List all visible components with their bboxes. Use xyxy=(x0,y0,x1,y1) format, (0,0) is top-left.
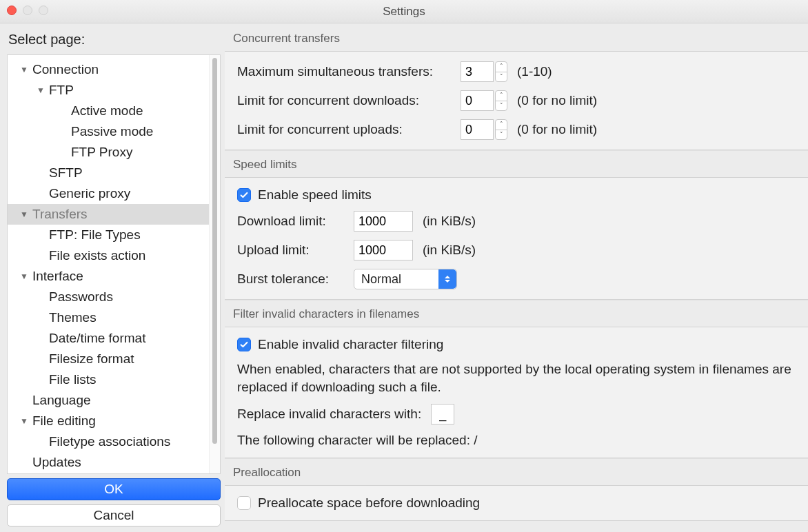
tree-item[interactable]: Passive mode xyxy=(8,121,209,142)
burst-tolerance-value: Normal xyxy=(361,272,401,287)
upload-limit-label: Upload limit: xyxy=(237,243,344,258)
tree-item-label: Passive mode xyxy=(71,124,153,139)
window-title: Settings xyxy=(383,5,425,19)
settings-tree[interactable]: ▼Connection▼FTPActive modePassive modeFT… xyxy=(8,59,209,473)
disclosure-triangle-icon[interactable]: ▼ xyxy=(20,210,28,218)
tree-item-label: FTP: File Types xyxy=(49,227,141,243)
max-transfers-label: Maximum simultaneous transfers: xyxy=(237,64,451,79)
tree-item-label: SFTP xyxy=(49,165,83,181)
replace-char-label: Replace invalid characters with: xyxy=(237,407,421,422)
tree-item[interactable]: File exists action xyxy=(8,245,209,266)
tree-item-label: Date/time format xyxy=(49,331,145,346)
download-limit-input[interactable] xyxy=(354,211,413,232)
burst-tolerance-select[interactable]: Normal xyxy=(354,269,457,289)
select-caret-icon xyxy=(438,269,456,289)
concurrent-uploads-hint: (0 for no limit) xyxy=(517,122,597,137)
concurrent-downloads-hint: (0 for no limit) xyxy=(517,93,597,108)
window-zoom-button xyxy=(39,6,48,15)
concurrent-uploads-label: Limit for concurrent uploads: xyxy=(237,122,451,137)
tree-item-label: Generic proxy xyxy=(49,186,130,201)
disclosure-triangle-icon[interactable]: ▼ xyxy=(37,86,45,94)
checkbox-icon xyxy=(237,496,251,510)
checkbox-icon xyxy=(237,188,251,202)
tree-item[interactable]: Logging xyxy=(8,473,209,473)
tree-item[interactable]: Language xyxy=(8,390,209,411)
tree-item-label: Updates xyxy=(32,455,81,470)
tree-item[interactable]: ▼File editing xyxy=(8,411,209,431)
sidebar: Select page: ▼Connection▼FTPActive modeP… xyxy=(0,23,225,532)
max-transfers-hint: (1-10) xyxy=(517,64,552,79)
settings-content: Concurrent transfers Maximum simultaneou… xyxy=(225,23,808,532)
concurrent-uploads-input[interactable] xyxy=(461,119,494,140)
tree-item[interactable]: ▼FTP xyxy=(8,80,209,101)
enable-speed-limits-checkbox[interactable]: Enable speed limits xyxy=(237,187,796,203)
tree-item-label: Themes xyxy=(49,310,97,325)
group-title: Concurrent transfers xyxy=(225,23,808,51)
tree-item[interactable]: FTP Proxy xyxy=(8,142,209,163)
tree-item-label: File editing xyxy=(32,413,96,429)
download-limit-unit: (in KiB/s) xyxy=(423,214,476,229)
tree-item[interactable]: Themes xyxy=(8,307,209,328)
enable-speed-limits-label: Enable speed limits xyxy=(258,187,372,203)
tree-item[interactable]: Passwords xyxy=(8,287,209,307)
chars-replaced-text: The following character will be replaced… xyxy=(237,433,796,448)
group-filter: Filter invalid characters in filenames E… xyxy=(225,300,808,458)
disclosure-triangle-icon[interactable]: ▼ xyxy=(20,65,28,74)
tree-item[interactable]: Filesize format xyxy=(8,349,209,369)
sidebar-header: Select page: xyxy=(7,29,221,50)
tree-item-label: Filesize format xyxy=(49,351,134,367)
tree-item-label: File lists xyxy=(49,372,97,387)
ok-button[interactable]: OK xyxy=(7,478,221,500)
tree-item[interactable]: Filetype associations xyxy=(8,431,209,452)
upload-limit-input[interactable] xyxy=(354,240,413,260)
tree-item-label: Filetype associations xyxy=(49,434,170,449)
tree-item[interactable]: Updates xyxy=(8,452,209,473)
group-title: Filter invalid characters in filenames xyxy=(225,300,808,327)
group-title: Speed limits xyxy=(225,150,808,177)
tree-item[interactable]: FTP: File Types xyxy=(8,225,209,245)
tree-item[interactable]: Generic proxy xyxy=(8,183,209,204)
tree-item-label: Passwords xyxy=(49,289,113,305)
cancel-button[interactable]: Cancel xyxy=(7,504,221,526)
tree-item-label: FTP Proxy xyxy=(71,145,132,160)
max-transfers-stepper[interactable]: ˄˅ xyxy=(495,61,507,82)
concurrent-downloads-stepper[interactable]: ˄˅ xyxy=(495,90,507,111)
tree-item-label: Language xyxy=(32,393,91,408)
group-prealloc: Preallocation Preallocate space before d… xyxy=(225,458,808,521)
tree-item-label: File exists action xyxy=(49,248,145,263)
preallocate-label: Preallocate space before downloading xyxy=(258,495,480,511)
group-title: Preallocation xyxy=(225,458,808,485)
tree-item-label: Connection xyxy=(32,62,99,77)
tree-item[interactable]: ▼Transfers xyxy=(8,204,209,225)
tree-item[interactable]: Date/time format xyxy=(8,328,209,349)
char-filtering-description: When enabled, characters that are not su… xyxy=(237,360,796,396)
tree-item[interactable]: ▼Interface xyxy=(8,266,209,287)
burst-tolerance-label: Burst tolerance: xyxy=(237,272,344,287)
titlebar: Settings xyxy=(0,0,808,23)
group-concurrent: Concurrent transfers Maximum simultaneou… xyxy=(225,23,808,150)
max-transfers-input[interactable] xyxy=(461,61,494,82)
enable-char-filtering-checkbox[interactable]: Enable invalid character filtering xyxy=(237,337,796,352)
checkbox-icon xyxy=(237,338,251,351)
scrollbar[interactable] xyxy=(209,55,220,473)
tree-item-label: Active mode xyxy=(71,103,143,119)
concurrent-uploads-stepper[interactable]: ˄˅ xyxy=(495,119,507,140)
tree-item[interactable]: ▼Connection xyxy=(8,59,209,80)
tree-item-label: FTP xyxy=(49,83,74,98)
tree-item[interactable]: Active mode xyxy=(8,101,209,121)
download-limit-label: Download limit: xyxy=(237,214,344,229)
tree-item[interactable]: SFTP xyxy=(8,163,209,183)
window-minimize-button xyxy=(23,6,32,15)
enable-char-filtering-label: Enable invalid character filtering xyxy=(258,337,443,352)
disclosure-triangle-icon[interactable]: ▼ xyxy=(20,417,28,425)
tree-item[interactable]: File lists xyxy=(8,369,209,390)
replace-char-input[interactable] xyxy=(431,404,454,424)
disclosure-triangle-icon[interactable]: ▼ xyxy=(20,272,28,280)
concurrent-downloads-input[interactable] xyxy=(461,90,494,111)
preallocate-checkbox[interactable]: Preallocate space before downloading xyxy=(237,495,796,511)
tree-item-label: Interface xyxy=(32,269,83,284)
group-speed: Speed limits Enable speed limits Downloa… xyxy=(225,150,808,300)
concurrent-downloads-label: Limit for concurrent downloads: xyxy=(237,93,451,108)
window-close-button[interactable] xyxy=(7,6,17,15)
scrollbar-thumb[interactable] xyxy=(212,58,217,444)
